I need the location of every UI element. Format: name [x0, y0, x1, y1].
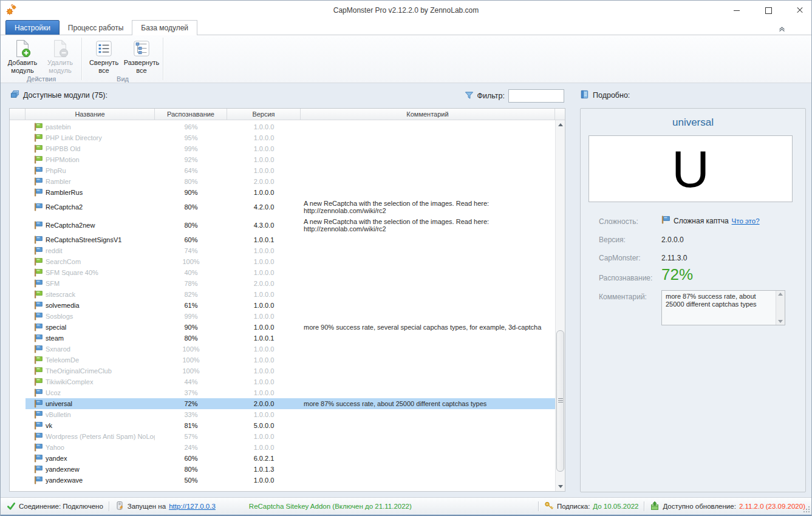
table-row[interactable]: PHPBB Old99%1.0.0.0 [10, 143, 555, 154]
column-header-name[interactable]: Название [26, 109, 155, 120]
table-row[interactable]: TikiwikiComplex44%1.0.0.0 [10, 376, 555, 387]
flag-icon [34, 123, 43, 131]
tab-work-process[interactable]: Процесс работы [60, 21, 132, 35]
table-row[interactable]: SFM Square 40%40%1.0.0.0 [10, 267, 555, 278]
connection-status: Соединение: Подключено [7, 501, 103, 512]
scroll-thumb[interactable] [556, 330, 564, 471]
row-indent-cell [10, 376, 26, 387]
comment-scrollbar[interactable] [776, 291, 785, 325]
table-row[interactable]: ReCaptcha280%4.2.0.0A new ReCaptcha with… [10, 198, 555, 216]
module-name-cell: solvemedia [26, 300, 155, 311]
module-comment [301, 132, 555, 143]
scroll-down-arrow[interactable] [556, 482, 565, 491]
module-version: 1.0.0.0 [227, 442, 301, 453]
module-recognition: 57% [155, 431, 227, 442]
table-row[interactable]: yandex60%6.0.2.1 [10, 453, 555, 464]
maximize-button[interactable] [763, 5, 774, 16]
collapse-ribbon-icon[interactable] [776, 24, 787, 33]
column-header-comment[interactable]: Комментарий [301, 109, 555, 120]
title-bar: CapMonster Pro v2.12.2.0 by ZennoLab.com [1, 1, 811, 20]
server-url-link[interactable]: http://127.0.0.3 [169, 503, 216, 510]
module-name: Sosblogs [46, 313, 73, 320]
table-row[interactable]: pastebin96%1.0.0.0 [10, 121, 555, 132]
table-row[interactable]: Ucoz37%1.0.0.0 [10, 387, 555, 398]
add-module-button[interactable]: Добавить модуль [4, 37, 41, 75]
module-comment [301, 245, 555, 256]
table-row[interactable]: TelekomDe100%1.0.0.0 [10, 355, 555, 365]
module-recognition: 100% [155, 344, 227, 355]
table-row[interactable]: special90%1.0.0.0more 90% success rate, … [10, 322, 555, 333]
flag-icon [34, 268, 43, 277]
row-indent-cell [10, 311, 26, 322]
column-header-recognition[interactable]: Распознавание [155, 109, 227, 120]
table-row[interactable]: yandexwave50%1.0.0.0 [10, 475, 555, 486]
minimize-button[interactable] [731, 5, 742, 16]
row-indent-cell [10, 420, 26, 431]
flag-icon [34, 203, 43, 211]
tab-module-base[interactable]: База модулей [132, 20, 197, 35]
table-row[interactable]: vk81%5.0.0.0 [10, 420, 555, 431]
module-comment [301, 165, 555, 176]
resize-grip[interactable] [803, 506, 810, 514]
module-version: 1.0.0.0 [227, 267, 301, 278]
module-version: 1.0.0.0 [227, 322, 301, 333]
table-scrollbar[interactable] [555, 120, 565, 491]
table-row[interactable]: yandexnew80%1.0.1.3 [10, 464, 555, 475]
collapse-all-button[interactable]: Свернуть все [86, 37, 122, 75]
table-row[interactable]: solvemedia61%1.0.0.0 [10, 300, 555, 311]
what-is-it-link[interactable]: Что это? [732, 217, 760, 225]
close-button[interactable] [794, 5, 805, 16]
table-row[interactable]: PhpRu64%1.0.0.0 [10, 165, 555, 176]
row-indent-cell [10, 475, 26, 486]
module-comment: A new ReCaptcha with the selection of th… [301, 216, 555, 234]
table-row[interactable]: sitescrack82%1.0.0.0 [10, 289, 555, 300]
module-name: TikiwikiComplex [46, 378, 93, 385]
module-name-cell: ReCaptchaStreetSignsV1 [26, 234, 155, 245]
table-row[interactable]: PHPMotion92%1.0.0.0 [10, 154, 555, 165]
table-row[interactable]: reddit74%1.0.0.0 [10, 245, 555, 256]
table-row[interactable]: PHP Link Directory95%1.0.0.0 [10, 132, 555, 143]
table-row[interactable]: TheOriginalCrimeClub100%1.0.0.0 [10, 365, 555, 376]
module-recognition: 95% [155, 132, 227, 143]
collapse-all-icon [95, 38, 113, 59]
scroll-up-arrow[interactable] [556, 120, 565, 129]
module-comment [301, 431, 555, 442]
module-name: yandex [46, 455, 67, 462]
module-version: 2.0.0.0 [227, 176, 301, 187]
comment-box[interactable]: more 87% success rate, about 25000 diffe… [661, 290, 785, 325]
expand-all-button[interactable]: Развернуть все [123, 37, 160, 75]
module-name: vBulletin [46, 411, 71, 418]
table-row[interactable]: Rambler80%2.0.0.0 [10, 176, 555, 187]
table-row[interactable]: Sosblogs99%1.0.0.0 [10, 311, 555, 322]
table-row[interactable]: universal72%2.0.0.0more 87% success rate… [10, 398, 555, 409]
column-header-version[interactable]: Версия [227, 109, 301, 120]
scroll-track[interactable] [556, 129, 565, 482]
table-row[interactable]: steam80%1.0.0.1 [10, 333, 555, 344]
table-row[interactable]: SFM78%2.0.0.0 [10, 278, 555, 289]
connection-check-icon [7, 501, 16, 512]
module-name: Wordpress (Peters Anti Spam) NoLogo [46, 433, 155, 440]
module-recognition: 80% [155, 464, 227, 475]
table-row[interactable]: Yahoo24%1.0.0.0 [10, 442, 555, 453]
table-row[interactable]: Sxnarod100%1.0.0.0 [10, 344, 555, 355]
module-name-cell: ReCaptcha2new [26, 216, 155, 234]
module-comment [301, 278, 555, 289]
row-indent-cell [10, 333, 26, 344]
table-row[interactable]: Wordpress (Peters Anti Spam) NoLogo57%1.… [10, 431, 555, 442]
module-version: 1.0.0.0 [227, 187, 301, 198]
module-name-cell: ReCaptcha2 [26, 198, 155, 216]
table-row[interactable]: ReCaptchaStreetSignsV160%1.0.0.1 [10, 234, 555, 245]
content-area: Доступные модули (75): Фильтр: Название … [1, 83, 811, 497]
module-recognition: 99% [155, 143, 227, 154]
table-row[interactable]: vBulletin33%1.0.0.0 [10, 409, 555, 420]
module-name-cell: PhpRu [26, 165, 155, 176]
tab-settings[interactable]: Настройки [5, 20, 60, 35]
table-row[interactable]: ReCaptcha2new80%4.3.0.0A new ReCaptcha w… [10, 216, 555, 234]
module-version: 1.0.0.0 [227, 344, 301, 355]
comment-scroll-down-arrow[interactable] [778, 320, 783, 323]
comment-scroll-up-arrow[interactable] [778, 293, 783, 296]
filter-input[interactable] [508, 89, 564, 103]
table-body: pastebin96%1.0.0.0 PHP Link Directory95%… [10, 120, 555, 491]
table-row[interactable]: RamblerRus90%1.0.0.0 [10, 187, 555, 198]
table-row[interactable]: SearchCom100%1.0.0.0 [10, 256, 555, 267]
